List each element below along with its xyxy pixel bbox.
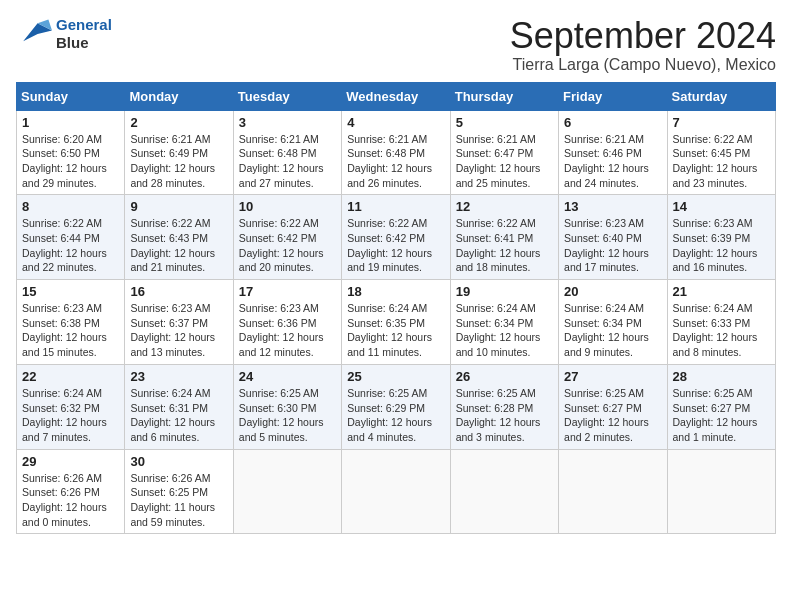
month-title: September 2024 — [510, 16, 776, 56]
header-row: SundayMondayTuesdayWednesdayThursdayFrid… — [17, 82, 776, 110]
calendar-cell: 4Sunrise: 6:21 AM Sunset: 6:48 PM Daylig… — [342, 110, 450, 195]
day-number: 2 — [130, 115, 227, 130]
day-info: Sunrise: 6:23 AM Sunset: 6:37 PM Dayligh… — [130, 301, 227, 360]
day-number: 15 — [22, 284, 119, 299]
calendar-cell — [667, 449, 775, 534]
day-number: 30 — [130, 454, 227, 469]
calendar-cell — [559, 449, 667, 534]
calendar-cell: 2Sunrise: 6:21 AM Sunset: 6:49 PM Daylig… — [125, 110, 233, 195]
calendar-cell: 22Sunrise: 6:24 AM Sunset: 6:32 PM Dayli… — [17, 364, 125, 449]
day-number: 13 — [564, 199, 661, 214]
calendar-cell — [233, 449, 341, 534]
calendar-table: SundayMondayTuesdayWednesdayThursdayFrid… — [16, 82, 776, 535]
day-info: Sunrise: 6:22 AM Sunset: 6:45 PM Dayligh… — [673, 132, 770, 191]
day-number: 27 — [564, 369, 661, 384]
week-row-2: 8Sunrise: 6:22 AM Sunset: 6:44 PM Daylig… — [17, 195, 776, 280]
calendar-cell: 8Sunrise: 6:22 AM Sunset: 6:44 PM Daylig… — [17, 195, 125, 280]
logo-wrapper: GeneralBlue — [16, 16, 112, 52]
calendar-cell: 23Sunrise: 6:24 AM Sunset: 6:31 PM Dayli… — [125, 364, 233, 449]
day-info: Sunrise: 6:24 AM Sunset: 6:34 PM Dayligh… — [564, 301, 661, 360]
calendar-cell: 10Sunrise: 6:22 AM Sunset: 6:42 PM Dayli… — [233, 195, 341, 280]
calendar-cell: 14Sunrise: 6:23 AM Sunset: 6:39 PM Dayli… — [667, 195, 775, 280]
calendar-cell: 11Sunrise: 6:22 AM Sunset: 6:42 PM Dayli… — [342, 195, 450, 280]
day-info: Sunrise: 6:26 AM Sunset: 6:25 PM Dayligh… — [130, 471, 227, 530]
day-number: 8 — [22, 199, 119, 214]
day-number: 26 — [456, 369, 553, 384]
calendar-cell: 25Sunrise: 6:25 AM Sunset: 6:29 PM Dayli… — [342, 364, 450, 449]
day-info: Sunrise: 6:24 AM Sunset: 6:31 PM Dayligh… — [130, 386, 227, 445]
calendar-cell — [342, 449, 450, 534]
day-number: 11 — [347, 199, 444, 214]
day-number: 25 — [347, 369, 444, 384]
day-info: Sunrise: 6:24 AM Sunset: 6:33 PM Dayligh… — [673, 301, 770, 360]
calendar-cell: 13Sunrise: 6:23 AM Sunset: 6:40 PM Dayli… — [559, 195, 667, 280]
calendar-cell: 19Sunrise: 6:24 AM Sunset: 6:34 PM Dayli… — [450, 280, 558, 365]
header-monday: Monday — [125, 82, 233, 110]
day-info: Sunrise: 6:21 AM Sunset: 6:47 PM Dayligh… — [456, 132, 553, 191]
day-number: 5 — [456, 115, 553, 130]
header-saturday: Saturday — [667, 82, 775, 110]
calendar-cell: 21Sunrise: 6:24 AM Sunset: 6:33 PM Dayli… — [667, 280, 775, 365]
calendar-cell: 18Sunrise: 6:24 AM Sunset: 6:35 PM Dayli… — [342, 280, 450, 365]
day-info: Sunrise: 6:23 AM Sunset: 6:36 PM Dayligh… — [239, 301, 336, 360]
header-wednesday: Wednesday — [342, 82, 450, 110]
day-number: 9 — [130, 199, 227, 214]
day-info: Sunrise: 6:23 AM Sunset: 6:39 PM Dayligh… — [673, 216, 770, 275]
calendar-cell: 6Sunrise: 6:21 AM Sunset: 6:46 PM Daylig… — [559, 110, 667, 195]
day-info: Sunrise: 6:22 AM Sunset: 6:42 PM Dayligh… — [239, 216, 336, 275]
day-info: Sunrise: 6:21 AM Sunset: 6:48 PM Dayligh… — [239, 132, 336, 191]
calendar-cell: 29Sunrise: 6:26 AM Sunset: 6:26 PM Dayli… — [17, 449, 125, 534]
day-number: 7 — [673, 115, 770, 130]
calendar-cell: 5Sunrise: 6:21 AM Sunset: 6:47 PM Daylig… — [450, 110, 558, 195]
calendar-cell: 7Sunrise: 6:22 AM Sunset: 6:45 PM Daylig… — [667, 110, 775, 195]
day-number: 22 — [22, 369, 119, 384]
calendar-cell: 26Sunrise: 6:25 AM Sunset: 6:28 PM Dayli… — [450, 364, 558, 449]
calendar-cell: 27Sunrise: 6:25 AM Sunset: 6:27 PM Dayli… — [559, 364, 667, 449]
day-info: Sunrise: 6:25 AM Sunset: 6:30 PM Dayligh… — [239, 386, 336, 445]
day-info: Sunrise: 6:25 AM Sunset: 6:28 PM Dayligh… — [456, 386, 553, 445]
logo-text: GeneralBlue — [56, 16, 112, 52]
day-info: Sunrise: 6:21 AM Sunset: 6:48 PM Dayligh… — [347, 132, 444, 191]
day-number: 21 — [673, 284, 770, 299]
logo: GeneralBlue — [16, 16, 112, 52]
calendar-cell: 28Sunrise: 6:25 AM Sunset: 6:27 PM Dayli… — [667, 364, 775, 449]
day-number: 17 — [239, 284, 336, 299]
day-number: 6 — [564, 115, 661, 130]
day-info: Sunrise: 6:23 AM Sunset: 6:40 PM Dayligh… — [564, 216, 661, 275]
day-number: 28 — [673, 369, 770, 384]
day-number: 23 — [130, 369, 227, 384]
day-number: 29 — [22, 454, 119, 469]
day-info: Sunrise: 6:24 AM Sunset: 6:32 PM Dayligh… — [22, 386, 119, 445]
calendar-cell — [450, 449, 558, 534]
day-info: Sunrise: 6:22 AM Sunset: 6:44 PM Dayligh… — [22, 216, 119, 275]
day-info: Sunrise: 6:22 AM Sunset: 6:43 PM Dayligh… — [130, 216, 227, 275]
day-info: Sunrise: 6:21 AM Sunset: 6:49 PM Dayligh… — [130, 132, 227, 191]
day-info: Sunrise: 6:21 AM Sunset: 6:46 PM Dayligh… — [564, 132, 661, 191]
week-row-1: 1Sunrise: 6:20 AM Sunset: 6:50 PM Daylig… — [17, 110, 776, 195]
day-info: Sunrise: 6:25 AM Sunset: 6:27 PM Dayligh… — [673, 386, 770, 445]
day-number: 14 — [673, 199, 770, 214]
day-number: 20 — [564, 284, 661, 299]
calendar-cell: 20Sunrise: 6:24 AM Sunset: 6:34 PM Dayli… — [559, 280, 667, 365]
location-subtitle: Tierra Larga (Campo Nuevo), Mexico — [510, 56, 776, 74]
day-number: 4 — [347, 115, 444, 130]
calendar-cell: 9Sunrise: 6:22 AM Sunset: 6:43 PM Daylig… — [125, 195, 233, 280]
day-info: Sunrise: 6:23 AM Sunset: 6:38 PM Dayligh… — [22, 301, 119, 360]
day-info: Sunrise: 6:25 AM Sunset: 6:27 PM Dayligh… — [564, 386, 661, 445]
header-thursday: Thursday — [450, 82, 558, 110]
header-tuesday: Tuesday — [233, 82, 341, 110]
header-sunday: Sunday — [17, 82, 125, 110]
week-row-3: 15Sunrise: 6:23 AM Sunset: 6:38 PM Dayli… — [17, 280, 776, 365]
day-number: 10 — [239, 199, 336, 214]
week-row-5: 29Sunrise: 6:26 AM Sunset: 6:26 PM Dayli… — [17, 449, 776, 534]
day-number: 19 — [456, 284, 553, 299]
page-header: GeneralBlue September 2024 Tierra Larga … — [16, 16, 776, 74]
calendar-cell: 16Sunrise: 6:23 AM Sunset: 6:37 PM Dayli… — [125, 280, 233, 365]
day-info: Sunrise: 6:24 AM Sunset: 6:34 PM Dayligh… — [456, 301, 553, 360]
day-number: 16 — [130, 284, 227, 299]
day-number: 3 — [239, 115, 336, 130]
header-friday: Friday — [559, 82, 667, 110]
day-info: Sunrise: 6:26 AM Sunset: 6:26 PM Dayligh… — [22, 471, 119, 530]
calendar-cell: 24Sunrise: 6:25 AM Sunset: 6:30 PM Dayli… — [233, 364, 341, 449]
calendar-cell: 3Sunrise: 6:21 AM Sunset: 6:48 PM Daylig… — [233, 110, 341, 195]
